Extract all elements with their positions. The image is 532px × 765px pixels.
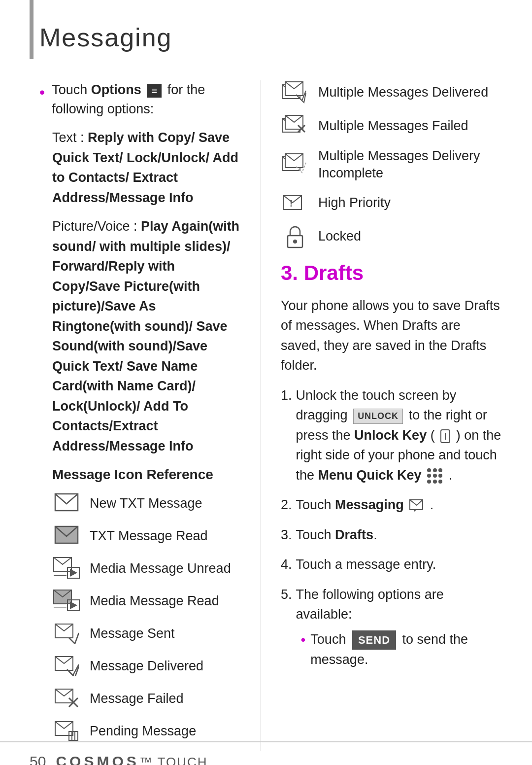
page-header: Messaging: [0, 0, 532, 66]
list-item: Multiple Messages Delivered: [281, 80, 502, 105]
bullet-dot: •: [39, 81, 45, 104]
brand-name: COSMOS™ TOUCH: [56, 751, 207, 765]
numbered-item-3: 3. Touch Drafts.: [281, 525, 502, 545]
sub-bullet-text: Touch SEND to send the message.: [310, 629, 502, 670]
multiple-messages-failed-icon: [281, 114, 309, 139]
message-failed-icon: [52, 686, 81, 711]
main-content: • Touch Options ≡ for the following opti…: [0, 66, 532, 751]
media-message-unread-label: Media Message Unread: [90, 560, 231, 577]
page-title: Messaging: [39, 20, 502, 56]
num-4: 4.: [281, 555, 292, 575]
list-item: Message Delivered: [52, 654, 246, 678]
picture-options-bold: Play Again(with sound/ with multiple sli…: [52, 219, 239, 453]
pending-message-label: Pending Message: [90, 723, 196, 740]
page-number: 50: [30, 751, 46, 765]
list-item: Media Message Unread: [52, 556, 246, 581]
icon-list: New TXT Message TXT Message Read: [39, 491, 246, 743]
list-item: Message Sent: [52, 621, 246, 646]
high-priority-icon: !: [281, 191, 309, 215]
text-options-bold: Reply with Copy/ Save Quick Text/ Lock/U…: [52, 130, 238, 205]
numbered-item-2: 2. Touch Messaging .: [281, 495, 502, 515]
sub-bullet-dot: •: [301, 629, 306, 650]
numbered-item-3-text: Touch Drafts.: [296, 525, 377, 545]
message-icon-reference-heading: Message Icon Reference: [52, 465, 246, 484]
num-3: 3.: [281, 525, 292, 545]
num-5: 5.: [281, 585, 292, 605]
message-delivered-label: Message Delivered: [90, 658, 203, 675]
multiple-messages-delivered-label: Multiple Messages Delivered: [318, 84, 488, 101]
options-bold: Options: [91, 82, 141, 97]
list-item: Message Failed: [52, 686, 246, 711]
locked-label: Locked: [318, 228, 361, 245]
text-block-text: Text : Reply with Copy/ Save Quick Text/…: [39, 128, 246, 208]
high-priority-label: High Priority: [318, 194, 391, 211]
right-column: Multiple Messages Delivered Multi: [261, 80, 532, 751]
numbered-item-4: 4. Touch a message entry.: [281, 555, 502, 575]
numbered-item-5-text: The following options are available: • T…: [296, 585, 502, 670]
multiple-messages-delivered-icon: [281, 80, 309, 105]
multiple-messages-delivery-incomplete-icon: [281, 152, 309, 177]
left-column: • Touch Options ≡ for the following opti…: [0, 80, 261, 751]
numbered-item-4-text: Touch a message entry.: [296, 555, 436, 575]
media-message-unread-icon: [52, 556, 81, 581]
brand-model: ™ TOUCH: [139, 755, 208, 765]
list-item: Multiple Messages Failed: [281, 114, 502, 139]
message-delivered-icon: [52, 654, 81, 678]
list-item: New TXT Message: [52, 491, 246, 516]
page-footer: 50 COSMOS™ TOUCH: [0, 741, 532, 765]
new-txt-message-label: New TXT Message: [90, 495, 202, 512]
numbered-item-1: 1. Unlock the touch screen by dragging U…: [281, 385, 502, 486]
pending-message-icon: [52, 719, 81, 743]
message-sent-label: Message Sent: [90, 625, 175, 642]
svg-text:!: !: [290, 199, 293, 209]
icon-list-right: Multiple Messages Delivered Multi: [281, 80, 502, 249]
list-item: Media Message Read: [52, 589, 246, 613]
svg-point-30: [293, 240, 297, 243]
list-item: ! High Priority: [281, 191, 502, 215]
message-sent-icon: [52, 621, 81, 646]
new-txt-message-icon: [52, 491, 81, 516]
touch-options-text: Touch Options ≡ for the following option…: [52, 80, 246, 119]
media-message-read-label: Media Message Read: [90, 592, 219, 610]
drafts-heading: 3. Drafts: [281, 259, 502, 288]
accent-bar: [30, 0, 33, 59]
media-message-read-icon: [52, 589, 81, 613]
text-block-picture: Picture/Voice : Play Again(with sound/ w…: [39, 216, 246, 456]
multiple-messages-delivery-incomplete-label: Multiple Messages Delivery Incomplete: [318, 147, 502, 182]
locked-icon: [281, 224, 309, 249]
unlock-icon: UNLOCK: [353, 409, 403, 424]
txt-message-read-label: TXT Message Read: [90, 527, 208, 545]
message-failed-label: Message Failed: [90, 690, 184, 707]
svg-marker-8: [70, 601, 77, 609]
drafts-intro: Your phone allows you to save Drafts of …: [281, 296, 502, 376]
list-item: Pending Message: [52, 719, 246, 743]
numbered-item-1-text: Unlock the touch screen by dragging UNLO…: [296, 385, 502, 486]
num-1: 1.: [281, 385, 292, 406]
num-2: 2.: [281, 495, 292, 515]
list-item: Multiple Messages Delivery Incomplete: [281, 147, 502, 182]
numbered-item-5: 5. The following options are available: …: [281, 585, 502, 670]
send-button-label: SEND: [352, 630, 396, 650]
page: Messaging • Touch Options ≡ for the foll…: [0, 0, 532, 765]
list-item: Locked: [281, 224, 502, 249]
sub-bullet-send: • Touch SEND to send the message.: [301, 629, 502, 670]
numbered-list: 1. Unlock the touch screen by dragging U…: [281, 385, 502, 670]
list-item: TXT Message Read: [52, 523, 246, 548]
svg-marker-4: [70, 569, 77, 577]
menu-quick-key-icon: [427, 468, 443, 484]
touch-options-bullet: • Touch Options ≡ for the following opti…: [39, 80, 246, 119]
multiple-messages-failed-label: Multiple Messages Failed: [318, 117, 468, 135]
numbered-item-2-text: Touch Messaging .: [296, 495, 434, 515]
txt-message-read-icon: [52, 523, 81, 548]
options-icon: ≡: [147, 84, 162, 98]
